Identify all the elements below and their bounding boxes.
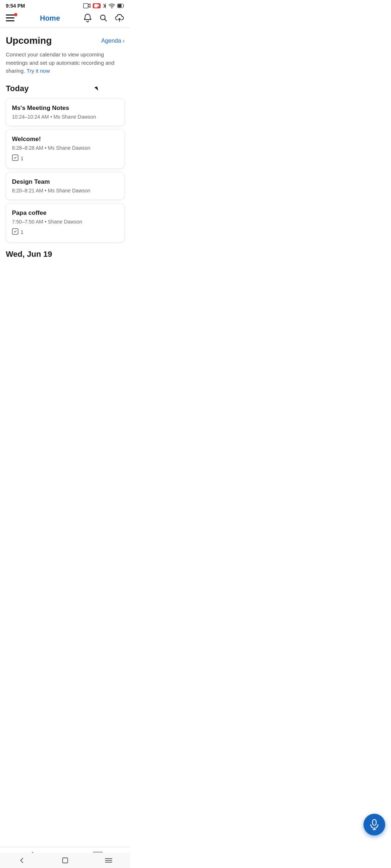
svg-rect-4 — [118, 4, 122, 8]
recording-badge — [93, 3, 101, 8]
search-button[interactable] — [98, 13, 109, 23]
status-time: 9:54 PM — [6, 3, 25, 9]
svg-rect-1 — [94, 4, 98, 8]
notification-dot — [14, 13, 17, 16]
meeting-meta-1: 10:24–10:24 AM • Ms Shane Dawson — [12, 114, 118, 120]
meeting-card-1[interactable]: Ms's Meeting Notes 10:24–10:24 AM • Ms S… — [6, 98, 125, 126]
meeting-title-2: Welcome! — [12, 136, 118, 143]
wifi-icon — [109, 3, 115, 8]
meeting-host-2: Ms Shane Dawson — [48, 145, 91, 151]
meeting-card-2[interactable]: Welcome! 8:28–8:28 AM • Ms Shane Dawson … — [6, 129, 125, 169]
clip-count-4: 1 — [21, 229, 24, 235]
meeting-title-1: Ms's Meeting Notes — [12, 105, 118, 112]
today-title: Today — [6, 84, 125, 93]
clip-icon-2 — [12, 154, 18, 162]
upcoming-title: Upcoming — [6, 35, 52, 46]
meeting-meta-2: 8:28–8:28 AM • Ms Shane Dawson — [12, 145, 118, 151]
meeting-host-4: Shane Dawson — [48, 219, 82, 225]
upload-button[interactable] — [114, 13, 125, 23]
meeting-meta-4: 7:50–7:50 AM • Shane Dawson — [12, 219, 118, 225]
app-header: Home — [0, 10, 130, 27]
wednesday-title: Wed, Jun 19 — [6, 250, 125, 259]
meeting-title-3: Design Team — [12, 178, 118, 186]
meeting-time-2: 8:28–8:28 AM — [12, 145, 43, 151]
meeting-time-3: 8:20–8:21 AM — [12, 188, 43, 193]
meeting-meta-3: 8:20–8:21 AM • Ms Shane Dawson — [12, 188, 118, 193]
upcoming-section-header: Upcoming Agenda › — [6, 35, 125, 46]
menu-button[interactable] — [6, 13, 17, 23]
clip-icon-4 — [12, 228, 18, 236]
agenda-link[interactable]: Agenda › — [101, 38, 125, 44]
meeting-card-4[interactable]: Papa coffee 7:50–7:50 AM • Shane Dawson … — [6, 203, 125, 242]
page-title: Home — [40, 14, 60, 22]
agenda-chevron: › — [123, 38, 125, 44]
battery-icon — [117, 4, 125, 8]
video-call-icon — [83, 3, 91, 8]
hamburger-line-2 — [6, 17, 14, 18]
hamburger-line-3 — [6, 20, 14, 21]
upcoming-description: Connect your calendar to view upcoming m… — [6, 51, 125, 75]
meeting-time-1: 10:24–10:24 AM — [12, 114, 49, 120]
svg-point-2 — [112, 8, 113, 9]
bluetooth-icon — [103, 3, 106, 9]
header-actions — [83, 13, 125, 23]
hamburger-line-1 — [6, 14, 14, 16]
meeting-time-4: 7:50–7:50 AM — [12, 219, 43, 225]
notifications-button[interactable] — [83, 13, 93, 23]
status-bar: 9:54 PM — [0, 0, 130, 10]
agenda-label: Agenda — [101, 38, 121, 44]
meeting-title-4: Papa coffee — [12, 209, 118, 217]
svg-rect-0 — [84, 4, 88, 8]
main-content: Upcoming Agenda › Connect your calendar … — [0, 28, 130, 295]
meeting-actions-2: 1 — [12, 154, 118, 162]
try-it-now-link[interactable]: Try it now — [26, 68, 50, 74]
clip-count-2: 1 — [21, 156, 24, 161]
meeting-host-3: Ms Shane Dawson — [48, 188, 91, 193]
status-icons — [83, 3, 125, 9]
meeting-actions-4: 1 — [12, 228, 118, 236]
meeting-host-1: Ms Shane Dawson — [54, 114, 96, 120]
meeting-card-3[interactable]: Design Team 8:20–8:21 AM • Ms Shane Daws… — [6, 172, 125, 200]
